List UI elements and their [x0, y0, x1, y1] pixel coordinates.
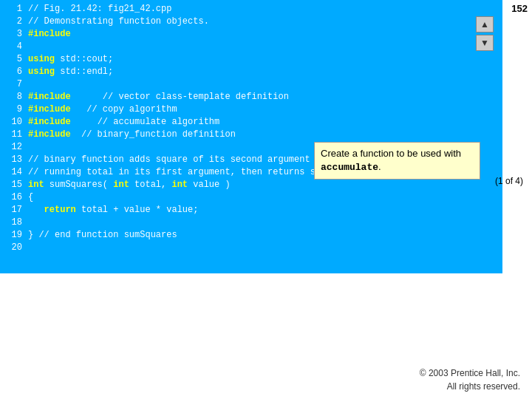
code-line: 17 return total + value * value;: [6, 204, 497, 216]
line-code: #include // binary_function definition: [28, 129, 236, 141]
code-line: 10#include // accumulate algorithm: [6, 116, 497, 129]
line-number: 8: [6, 91, 22, 103]
page-number: 152: [510, 3, 529, 14]
tooltip: Create a function to be used with accumu…: [314, 142, 480, 180]
code-line: 9#include // copy algorithm: [6, 103, 497, 116]
code-line: 11#include // binary_function definition: [6, 129, 497, 141]
line-number: 20: [6, 242, 22, 254]
line-code: // Demonstrating function objects.: [28, 16, 209, 28]
line-code: [28, 216, 33, 229]
line-number: 1: [6, 3, 22, 16]
code-line: 18: [6, 216, 497, 229]
code-line: 4: [6, 41, 497, 53]
code-line: 8#include // vector class-template defin…: [6, 91, 497, 103]
line-code: // binary function adds square of its se…: [28, 154, 337, 166]
bottom-area: © 2003 Prentice Hall, Inc. All rights re…: [0, 273, 532, 399]
code-line: 7: [6, 78, 497, 91]
tooltip-text-after: .: [378, 161, 381, 172]
line-code: using std::endl;: [28, 66, 113, 78]
line-number: 15: [6, 179, 22, 191]
line-code: {: [28, 191, 33, 204]
line-code: [28, 78, 33, 91]
code-line: 2// Demonstrating function objects.: [6, 16, 497, 28]
line-number: 12: [6, 141, 22, 154]
line-number: 3: [6, 28, 22, 41]
line-number: 11: [6, 129, 22, 141]
line-code: #include: [28, 28, 76, 41]
line-code: // Fig. 21.42: fig21_42.cpp: [28, 3, 171, 16]
line-code: [28, 41, 33, 53]
line-number: 9: [6, 103, 22, 116]
line-number: 7: [6, 78, 22, 91]
copyright-line1: © 2003 Prentice Hall, Inc.: [420, 366, 520, 380]
line-number: 14: [6, 166, 22, 179]
code-line: 19} // end function sumSquares: [6, 229, 497, 242]
tooltip-keyword: accumulate: [321, 162, 378, 173]
line-code: return total + value * value;: [28, 204, 198, 216]
nav-down-button[interactable]: ▼: [476, 35, 494, 51]
line-number: 17: [6, 204, 22, 216]
line-code: [28, 242, 33, 254]
code-line: 16{: [6, 191, 497, 204]
line-number: 10: [6, 116, 22, 129]
line-code: using std::cout;: [28, 53, 113, 66]
line-number: 5: [6, 53, 22, 66]
tooltip-text-before: Create a function to be used with: [321, 148, 461, 159]
line-code: // running total in its first argument, …: [28, 166, 342, 179]
code-line: 20: [6, 242, 497, 254]
code-line: 5using std::cout;: [6, 53, 497, 66]
page-indicator: (1 of 4): [495, 176, 523, 186]
code-panel: 1// Fig. 21.42: fig21_42.cpp2// Demonstr…: [0, 0, 502, 273]
copyright-line2: All rights reserved.: [420, 380, 520, 393]
line-number: 6: [6, 66, 22, 78]
code-line: 3#include: [6, 28, 497, 41]
line-code: #include // vector class-template defini…: [28, 91, 289, 103]
code-line: 15int sumSquares( int total, int value ): [6, 179, 497, 191]
nav-up-button[interactable]: ▲: [476, 16, 494, 33]
line-number: 4: [6, 41, 22, 53]
copyright: © 2003 Prentice Hall, Inc. All rights re…: [420, 366, 520, 393]
line-code: int sumSquares( int total, int value ): [28, 179, 231, 191]
line-code: [28, 141, 33, 154]
line-code: #include // accumulate algorithm: [28, 116, 219, 129]
line-code: #include // copy algorithm: [28, 103, 177, 116]
line-number: 19: [6, 229, 22, 242]
line-code: } // end function sumSquares: [28, 229, 177, 242]
code-line: 1// Fig. 21.42: fig21_42.cpp: [6, 3, 497, 16]
line-number: 13: [6, 154, 22, 166]
line-number: 2: [6, 16, 22, 28]
line-number: 16: [6, 191, 22, 204]
code-line: 6using std::endl;: [6, 66, 497, 78]
line-number: 18: [6, 216, 22, 229]
